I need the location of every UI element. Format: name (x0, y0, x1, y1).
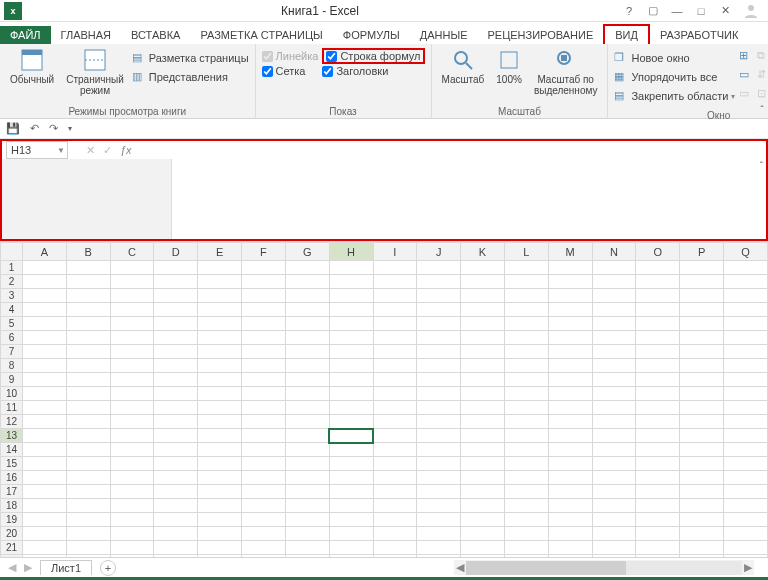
cell-G19[interactable] (285, 513, 329, 527)
cell-Q3[interactable] (724, 289, 768, 303)
cell-H9[interactable] (329, 373, 373, 387)
insert-function-icon[interactable]: ƒx (120, 144, 132, 156)
row-header-19[interactable]: 19 (1, 513, 23, 527)
cell-J9[interactable] (417, 373, 461, 387)
cell-O9[interactable] (636, 373, 680, 387)
cell-P7[interactable] (680, 345, 724, 359)
cell-L18[interactable] (504, 499, 548, 513)
cell-F21[interactable] (242, 541, 286, 555)
cell-I17[interactable] (373, 485, 417, 499)
cell-B17[interactable] (66, 485, 110, 499)
cell-L11[interactable] (504, 401, 548, 415)
cell-J12[interactable] (417, 415, 461, 429)
cell-E4[interactable] (198, 303, 242, 317)
headings-checkbox[interactable]: Заголовки (322, 65, 424, 77)
cell-M14[interactable] (548, 443, 592, 457)
cell-L8[interactable] (504, 359, 548, 373)
tab-data[interactable]: ДАННЫЕ (410, 26, 478, 44)
cell-J11[interactable] (417, 401, 461, 415)
cell-O14[interactable] (636, 443, 680, 457)
cell-M20[interactable] (548, 527, 592, 541)
cell-P15[interactable] (680, 457, 724, 471)
cell-H19[interactable] (329, 513, 373, 527)
cell-B10[interactable] (66, 387, 110, 401)
cell-P21[interactable] (680, 541, 724, 555)
cell-O4[interactable] (636, 303, 680, 317)
col-header-A[interactable]: A (22, 243, 66, 261)
cell-K8[interactable] (461, 359, 505, 373)
cell-L19[interactable] (504, 513, 548, 527)
cell-I6[interactable] (373, 331, 417, 345)
cell-E10[interactable] (198, 387, 242, 401)
cell-D10[interactable] (154, 387, 198, 401)
cell-M6[interactable] (548, 331, 592, 345)
cell-N6[interactable] (592, 331, 636, 345)
cell-P2[interactable] (680, 275, 724, 289)
cell-M3[interactable] (548, 289, 592, 303)
cell-N20[interactable] (592, 527, 636, 541)
cell-A14[interactable] (22, 443, 66, 457)
cell-Q16[interactable] (724, 471, 768, 485)
cell-E7[interactable] (198, 345, 242, 359)
qat-customize-icon[interactable]: ▾ (68, 124, 72, 133)
cell-Q4[interactable] (724, 303, 768, 317)
cell-A13[interactable] (22, 429, 66, 443)
cell-E19[interactable] (198, 513, 242, 527)
cell-A3[interactable] (22, 289, 66, 303)
cell-C16[interactable] (110, 471, 154, 485)
formula-bar[interactable]: ˆ (0, 159, 768, 241)
cell-A8[interactable] (22, 359, 66, 373)
cell-J17[interactable] (417, 485, 461, 499)
col-header-Q[interactable]: Q (724, 243, 768, 261)
cell-N12[interactable] (592, 415, 636, 429)
cell-C19[interactable] (110, 513, 154, 527)
cell-E13[interactable] (198, 429, 242, 443)
cell-J5[interactable] (417, 317, 461, 331)
cell-I9[interactable] (373, 373, 417, 387)
cell-N1[interactable] (592, 261, 636, 275)
cell-P16[interactable] (680, 471, 724, 485)
new-window-button[interactable]: ❐Новое окно (614, 50, 735, 66)
pagebreak-view-button[interactable]: Страничный режим (62, 46, 128, 98)
row-header-7[interactable]: 7 (1, 345, 23, 359)
cell-G7[interactable] (285, 345, 329, 359)
cell-C4[interactable] (110, 303, 154, 317)
cell-P17[interactable] (680, 485, 724, 499)
cell-G5[interactable] (285, 317, 329, 331)
cell-I1[interactable] (373, 261, 417, 275)
cell-M8[interactable] (548, 359, 592, 373)
cell-E21[interactable] (198, 541, 242, 555)
cell-D19[interactable] (154, 513, 198, 527)
cell-D7[interactable] (154, 345, 198, 359)
cell-I2[interactable] (373, 275, 417, 289)
cell-O13[interactable] (636, 429, 680, 443)
col-header-G[interactable]: G (285, 243, 329, 261)
cell-N2[interactable] (592, 275, 636, 289)
cell-D9[interactable] (154, 373, 198, 387)
cell-P3[interactable] (680, 289, 724, 303)
cell-H14[interactable] (329, 443, 373, 457)
cell-M11[interactable] (548, 401, 592, 415)
cell-L12[interactable] (504, 415, 548, 429)
row-header-12[interactable]: 12 (1, 415, 23, 429)
cell-Q7[interactable] (724, 345, 768, 359)
cell-C12[interactable] (110, 415, 154, 429)
cell-F5[interactable] (242, 317, 286, 331)
cell-K9[interactable] (461, 373, 505, 387)
cell-H6[interactable] (329, 331, 373, 345)
cell-E20[interactable] (198, 527, 242, 541)
cell-K14[interactable] (461, 443, 505, 457)
cell-C8[interactable] (110, 359, 154, 373)
cell-B9[interactable] (66, 373, 110, 387)
cell-B5[interactable] (66, 317, 110, 331)
cell-A2[interactable] (22, 275, 66, 289)
cell-C1[interactable] (110, 261, 154, 275)
cell-P20[interactable] (680, 527, 724, 541)
cell-B11[interactable] (66, 401, 110, 415)
row-header-18[interactable]: 18 (1, 499, 23, 513)
cell-L7[interactable] (504, 345, 548, 359)
unhide-button[interactable]: ▭ (739, 86, 753, 102)
cell-C18[interactable] (110, 499, 154, 513)
cell-M1[interactable] (548, 261, 592, 275)
cell-D6[interactable] (154, 331, 198, 345)
